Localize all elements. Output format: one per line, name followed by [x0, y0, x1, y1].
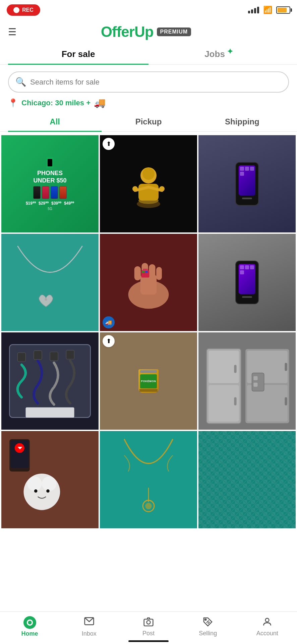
svg-rect-21	[17, 353, 25, 362]
inbox-icon	[84, 616, 95, 629]
product-card-7[interactable]	[1, 332, 99, 430]
product-card-8[interactable]: POKÉMON ⬆	[100, 332, 197, 430]
bottom-nav: Home Inbox Post	[0, 611, 297, 644]
home-icon	[23, 616, 36, 629]
svg-rect-34	[285, 363, 287, 371]
svg-point-51	[145, 503, 152, 509]
pokemon-cart: POKÉMON	[138, 369, 159, 393]
search-icon: 🔍	[15, 77, 26, 87]
svg-rect-22	[34, 351, 42, 360]
svg-point-42	[42, 476, 56, 491]
location-bar[interactable]: 📍 Chicago: 30 miles + 🚚	[0, 93, 297, 112]
svg-rect-25	[26, 408, 74, 418]
svg-line-65	[208, 622, 210, 624]
svg-point-41	[27, 476, 42, 491]
status-right: 📶	[248, 6, 290, 14]
product-card-4[interactable]	[1, 234, 99, 331]
status-bar: REC 📶	[0, 0, 297, 20]
svg-point-43	[34, 489, 38, 493]
product-card-2[interactable]: ⬆	[100, 135, 197, 232]
person-icon	[262, 616, 273, 629]
wifi-icon: 📶	[263, 6, 272, 14]
svg-point-44	[46, 489, 50, 493]
home-indicator	[128, 640, 169, 642]
record-button[interactable]: REC	[7, 4, 40, 16]
tab-jobs[interactable]: Jobs ✦	[148, 44, 289, 64]
header: ☰ OfferUp PREMIUM	[0, 20, 297, 44]
product-card-11[interactable]	[100, 431, 197, 528]
svg-rect-37	[253, 376, 257, 380]
shipping-badge-5: 🚚	[103, 316, 115, 328]
battery-icon	[276, 6, 290, 14]
svg-point-9	[45, 298, 47, 301]
sparkle-icon: ✦	[227, 47, 233, 56]
nav-home-label: Home	[21, 630, 38, 637]
svg-point-62	[147, 621, 151, 624]
location-pin-icon: 📍	[8, 98, 18, 108]
svg-point-7	[132, 186, 138, 192]
premium-badge: PREMIUM	[157, 28, 191, 36]
boost-icon-2: ⬆	[106, 337, 111, 345]
filter-tabs: All Pickup Shipping	[0, 112, 297, 132]
nav-inbox[interactable]: Inbox	[76, 616, 103, 637]
nav-account[interactable]: Account	[254, 616, 281, 637]
nav-post[interactable]: Post	[135, 616, 162, 637]
svg-rect-12	[134, 266, 141, 280]
svg-rect-14	[149, 264, 155, 280]
record-label: REC	[22, 7, 34, 13]
logo-area: OfferUp PREMIUM	[101, 23, 191, 40]
hamburger-icon[interactable]: ☰	[8, 26, 16, 38]
product-card-3[interactable]	[198, 135, 296, 232]
search-bar[interactable]: 🔍	[8, 71, 289, 93]
svg-rect-17	[143, 269, 148, 271]
product-grid: PhonesUnder $50 $19⁹⁹ $29⁹⁹ $39⁹⁹ $49⁹⁹ …	[0, 135, 297, 528]
product-card-12[interactable]	[198, 431, 296, 528]
product-card-1[interactable]: PhonesUnder $50 $19⁹⁹ $29⁹⁹ $39⁹⁹ $49⁹⁹ …	[1, 135, 99, 232]
product-card-10[interactable]	[1, 431, 99, 528]
filter-tab-pickup[interactable]: Pickup	[102, 112, 195, 131]
product-card-6[interactable]	[198, 234, 296, 331]
nav-selling-label: Selling	[199, 630, 217, 637]
camera-icon	[143, 616, 154, 629]
filter-tab-shipping[interactable]: Shipping	[195, 112, 289, 131]
product-card-5[interactable]: 🚚	[100, 234, 197, 331]
svg-rect-36	[252, 373, 264, 391]
product-card-9[interactable]	[198, 332, 296, 430]
svg-point-66	[265, 618, 269, 622]
svg-rect-29	[234, 365, 236, 373]
search-input[interactable]	[30, 78, 282, 87]
svg-rect-15	[156, 267, 162, 280]
svg-rect-35	[285, 397, 287, 405]
nav-account-label: Account	[256, 630, 278, 637]
svg-rect-24	[66, 350, 74, 359]
svg-point-59	[28, 621, 32, 624]
svg-rect-49	[100, 431, 197, 528]
search-section: 🔍	[0, 65, 297, 93]
main-tabs: For sale Jobs ✦	[0, 44, 297, 65]
boost-icon: ⬆	[106, 140, 111, 148]
tab-for-sale[interactable]: For sale	[8, 44, 148, 64]
truck-icon: 🚚	[94, 97, 106, 108]
svg-point-63	[205, 619, 206, 620]
svg-line-64	[206, 621, 209, 623]
nav-inbox-label: Inbox	[82, 630, 97, 637]
record-icon	[13, 7, 19, 13]
svg-rect-30	[234, 397, 236, 405]
nav-post-label: Post	[142, 630, 155, 637]
filter-tab-all[interactable]: All	[8, 112, 102, 131]
logo-text: OfferUp	[101, 23, 154, 40]
svg-rect-57	[198, 431, 296, 528]
phones-ad-title: PhonesUnder $50	[33, 170, 66, 184]
svg-rect-23	[50, 352, 58, 361]
svg-rect-38	[253, 383, 257, 387]
svg-rect-18	[142, 271, 144, 273]
boost-badge-8: ⬆	[103, 335, 115, 347]
svg-rect-19	[145, 271, 147, 273]
tag-icon	[202, 616, 213, 629]
signal-icon	[248, 7, 259, 13]
svg-point-4	[142, 168, 155, 180]
status-left: REC	[7, 4, 40, 16]
nav-home[interactable]: Home	[16, 616, 43, 637]
nav-selling[interactable]: Selling	[194, 616, 221, 637]
location-text: Chicago: 30 miles +	[21, 99, 91, 107]
